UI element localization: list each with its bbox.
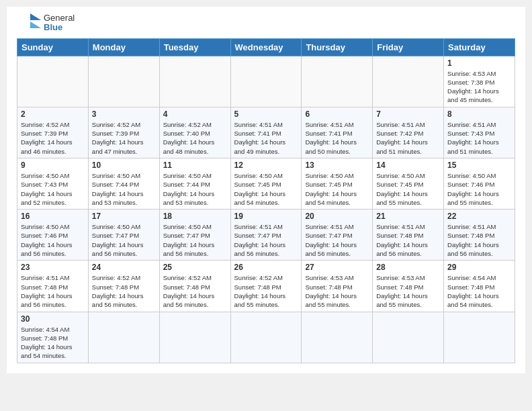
calendar-cell: 25Sunrise: 4:52 AM Sunset: 7:48 PM Dayli… bbox=[159, 261, 230, 312]
day-number: 20 bbox=[305, 212, 369, 221]
calendar-cell: 2Sunrise: 4:52 AM Sunset: 7:39 PM Daylig… bbox=[17, 107, 89, 158]
calendar-cell bbox=[230, 312, 302, 363]
day-info: Sunrise: 4:50 AM Sunset: 7:43 PM Dayligh… bbox=[21, 171, 85, 207]
calendar-cell: 16Sunrise: 4:50 AM Sunset: 7:46 PM Dayli… bbox=[17, 210, 89, 261]
day-number: 12 bbox=[234, 161, 298, 170]
day-number: 19 bbox=[234, 212, 298, 221]
day-number: 1 bbox=[447, 58, 511, 68]
day-info: Sunrise: 4:51 AM Sunset: 7:41 PM Dayligh… bbox=[305, 120, 369, 156]
calendar-cell bbox=[88, 56, 159, 107]
calendar-cell: 23Sunrise: 4:51 AM Sunset: 7:48 PM Dayli… bbox=[17, 261, 89, 312]
calendar-cell bbox=[17, 56, 89, 107]
svg-marker-1 bbox=[30, 21, 41, 28]
calendar-cell bbox=[159, 312, 230, 363]
calendar-week-5: 23Sunrise: 4:51 AM Sunset: 7:48 PM Dayli… bbox=[17, 261, 515, 312]
calendar-cell: 26Sunrise: 4:52 AM Sunset: 7:48 PM Dayli… bbox=[230, 261, 302, 312]
day-info: Sunrise: 4:50 AM Sunset: 7:45 PM Dayligh… bbox=[234, 171, 298, 207]
calendar-cell bbox=[230, 56, 302, 107]
day-info: Sunrise: 4:50 AM Sunset: 7:47 PM Dayligh… bbox=[92, 222, 156, 258]
calendar-week-1: 1Sunrise: 4:53 AM Sunset: 7:38 PM Daylig… bbox=[17, 56, 515, 107]
weekday-header-monday: Monday bbox=[88, 38, 159, 56]
calendar-cell: 12Sunrise: 4:50 AM Sunset: 7:45 PM Dayli… bbox=[230, 158, 302, 209]
calendar-cell bbox=[302, 56, 373, 107]
day-info: Sunrise: 4:51 AM Sunset: 7:41 PM Dayligh… bbox=[234, 120, 298, 156]
day-info: Sunrise: 4:51 AM Sunset: 7:43 PM Dayligh… bbox=[447, 120, 511, 156]
calendar-cell: 27Sunrise: 4:53 AM Sunset: 7:48 PM Dayli… bbox=[302, 261, 373, 312]
day-info: Sunrise: 4:53 AM Sunset: 7:48 PM Dayligh… bbox=[305, 273, 369, 309]
calendar-cell: 1Sunrise: 4:53 AM Sunset: 7:38 PM Daylig… bbox=[444, 56, 515, 107]
svg-marker-0 bbox=[30, 13, 41, 20]
calendar-cell: 22Sunrise: 4:51 AM Sunset: 7:48 PM Dayli… bbox=[444, 210, 515, 261]
header: GeneralBlue bbox=[17, 13, 515, 33]
day-info: Sunrise: 4:51 AM Sunset: 7:47 PM Dayligh… bbox=[234, 222, 298, 258]
calendar-cell: 28Sunrise: 4:53 AM Sunset: 7:48 PM Dayli… bbox=[373, 261, 444, 312]
day-info: Sunrise: 4:50 AM Sunset: 7:46 PM Dayligh… bbox=[447, 171, 511, 207]
day-info: Sunrise: 4:53 AM Sunset: 7:38 PM Dayligh… bbox=[447, 69, 511, 105]
calendar-table: SundayMondayTuesdayWednesdayThursdayFrid… bbox=[17, 38, 515, 363]
day-number: 10 bbox=[92, 161, 156, 170]
day-number: 18 bbox=[163, 212, 227, 221]
calendar-cell: 18Sunrise: 4:50 AM Sunset: 7:47 PM Dayli… bbox=[159, 210, 230, 261]
calendar-week-2: 2Sunrise: 4:52 AM Sunset: 7:39 PM Daylig… bbox=[17, 107, 515, 158]
calendar-cell: 30Sunrise: 4:54 AM Sunset: 7:48 PM Dayli… bbox=[17, 312, 89, 363]
calendar-cell: 6Sunrise: 4:51 AM Sunset: 7:41 PM Daylig… bbox=[302, 107, 373, 158]
logo-general-text: General bbox=[44, 13, 75, 23]
day-number: 14 bbox=[376, 161, 440, 170]
weekday-header-thursday: Thursday bbox=[302, 38, 373, 56]
day-info: Sunrise: 4:54 AM Sunset: 7:48 PM Dayligh… bbox=[21, 325, 85, 361]
logo: GeneralBlue bbox=[17, 13, 75, 33]
day-number: 9 bbox=[21, 161, 85, 170]
day-info: Sunrise: 4:50 AM Sunset: 7:45 PM Dayligh… bbox=[376, 171, 440, 207]
day-info: Sunrise: 4:51 AM Sunset: 7:47 PM Dayligh… bbox=[305, 222, 369, 258]
day-number: 28 bbox=[376, 263, 440, 272]
day-number: 4 bbox=[163, 109, 227, 119]
calendar-cell: 29Sunrise: 4:54 AM Sunset: 7:48 PM Dayli… bbox=[444, 261, 515, 312]
calendar-cell: 19Sunrise: 4:51 AM Sunset: 7:47 PM Dayli… bbox=[230, 210, 302, 261]
day-number: 6 bbox=[305, 109, 369, 119]
day-info: Sunrise: 4:50 AM Sunset: 7:47 PM Dayligh… bbox=[163, 222, 227, 258]
day-info: Sunrise: 4:54 AM Sunset: 7:48 PM Dayligh… bbox=[447, 273, 511, 309]
weekday-header-wednesday: Wednesday bbox=[230, 38, 302, 56]
calendar-cell bbox=[373, 312, 444, 363]
calendar-cell: 17Sunrise: 4:50 AM Sunset: 7:47 PM Dayli… bbox=[88, 210, 159, 261]
day-number: 11 bbox=[163, 161, 227, 170]
day-number: 30 bbox=[21, 314, 85, 324]
day-number: 22 bbox=[447, 212, 511, 221]
calendar-cell: 7Sunrise: 4:51 AM Sunset: 7:42 PM Daylig… bbox=[373, 107, 444, 158]
day-number: 26 bbox=[234, 263, 298, 272]
day-number: 16 bbox=[21, 212, 85, 221]
generalblue-logo-icon bbox=[17, 13, 41, 32]
day-number: 21 bbox=[376, 212, 440, 221]
weekday-header-tuesday: Tuesday bbox=[159, 38, 230, 56]
day-number: 13 bbox=[305, 161, 369, 170]
day-info: Sunrise: 4:50 AM Sunset: 7:45 PM Dayligh… bbox=[305, 171, 369, 207]
calendar-cell: 10Sunrise: 4:50 AM Sunset: 7:44 PM Dayli… bbox=[88, 158, 159, 209]
calendar-cell: 5Sunrise: 4:51 AM Sunset: 7:41 PM Daylig… bbox=[230, 107, 302, 158]
day-info: Sunrise: 4:53 AM Sunset: 7:48 PM Dayligh… bbox=[376, 273, 440, 309]
day-number: 23 bbox=[21, 263, 85, 272]
day-info: Sunrise: 4:52 AM Sunset: 7:39 PM Dayligh… bbox=[92, 120, 156, 156]
day-info: Sunrise: 4:52 AM Sunset: 7:48 PM Dayligh… bbox=[234, 273, 298, 309]
logo-blue-text: Blue bbox=[44, 23, 75, 32]
calendar-week-3: 9Sunrise: 4:50 AM Sunset: 7:43 PM Daylig… bbox=[17, 158, 515, 209]
calendar-cell bbox=[88, 312, 159, 363]
calendar-cell: 13Sunrise: 4:50 AM Sunset: 7:45 PM Dayli… bbox=[302, 158, 373, 209]
day-number: 25 bbox=[163, 263, 227, 272]
calendar-cell: 20Sunrise: 4:51 AM Sunset: 7:47 PM Dayli… bbox=[302, 210, 373, 261]
day-number: 2 bbox=[21, 109, 85, 119]
calendar-cell: 15Sunrise: 4:50 AM Sunset: 7:46 PM Dayli… bbox=[444, 158, 515, 209]
weekday-header-row: SundayMondayTuesdayWednesdayThursdayFrid… bbox=[17, 38, 515, 56]
day-info: Sunrise: 4:51 AM Sunset: 7:48 PM Dayligh… bbox=[447, 222, 511, 258]
day-info: Sunrise: 4:52 AM Sunset: 7:48 PM Dayligh… bbox=[163, 273, 227, 309]
calendar-cell bbox=[159, 56, 230, 107]
day-info: Sunrise: 4:50 AM Sunset: 7:44 PM Dayligh… bbox=[163, 171, 227, 207]
calendar-week-6: 30Sunrise: 4:54 AM Sunset: 7:48 PM Dayli… bbox=[17, 312, 515, 363]
weekday-header-saturday: Saturday bbox=[444, 38, 515, 56]
day-number: 27 bbox=[305, 263, 369, 272]
day-number: 17 bbox=[92, 212, 156, 221]
day-info: Sunrise: 4:51 AM Sunset: 7:42 PM Dayligh… bbox=[376, 120, 440, 156]
calendar-cell: 14Sunrise: 4:50 AM Sunset: 7:45 PM Dayli… bbox=[373, 158, 444, 209]
calendar-page: GeneralBlue SundayMondayTuesdayWednesday… bbox=[7, 7, 525, 373]
day-info: Sunrise: 4:52 AM Sunset: 7:40 PM Dayligh… bbox=[163, 120, 227, 156]
day-info: Sunrise: 4:51 AM Sunset: 7:48 PM Dayligh… bbox=[376, 222, 440, 258]
